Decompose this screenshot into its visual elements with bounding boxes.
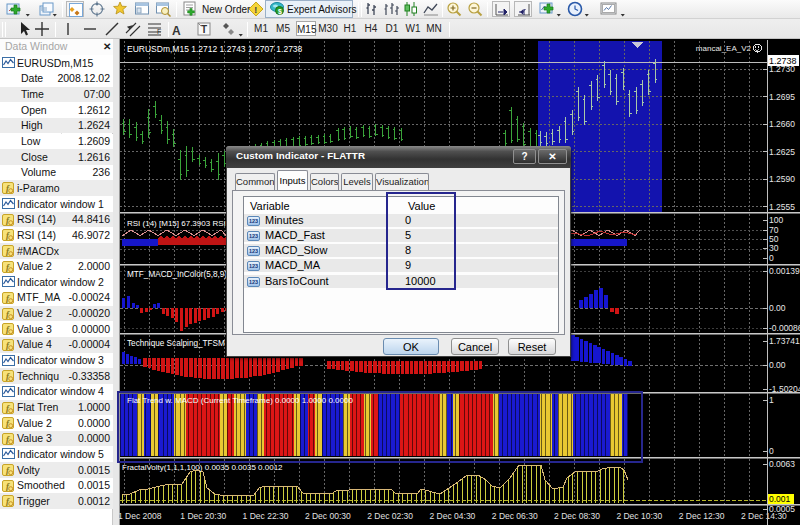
svg-text:1.2695: 1.2695 (769, 92, 795, 102)
svg-text:2 Dec 10:30: 2 Dec 10:30 (616, 511, 662, 521)
svg-text:1 Dec 22:30: 1 Dec 22:30 (243, 511, 289, 521)
svg-text:100: 100 (769, 215, 783, 225)
svg-text:0.00: 0.00 (769, 303, 786, 313)
svg-text:2 Dec 00:30: 2 Dec 00:30 (305, 511, 351, 521)
svg-text:-1.50204: -1.50204 (769, 384, 800, 394)
svg-text:RSI (14) [M15] 67.3903 RSI: RSI (14) [M15] 67.3903 RSI (127, 219, 226, 228)
svg-text:Technique Scalping_TFSM 0.2: Technique Scalping_TFSM 0.2 (127, 339, 239, 348)
svg-text:0: 0 (769, 253, 774, 263)
svg-text:2 Dec 06:30: 2 Dec 06:30 (492, 511, 538, 521)
svg-text:1.2555: 1.2555 (769, 202, 795, 212)
svg-text:FractalVolty(1,1,1,100) 0.0035: FractalVolty(1,1,1,100) 0.0035 0.0035 0.… (122, 463, 283, 472)
svg-text:0.00139: 0.00139 (769, 266, 800, 276)
svg-text:30: 30 (769, 243, 779, 253)
svg-text:1 Dec 20:30: 1 Dec 20:30 (180, 511, 226, 521)
svg-text:1.73741: 1.73741 (769, 336, 800, 346)
svg-text:1.2590: 1.2590 (769, 174, 795, 184)
svg-text:2 Dec 12:30: 2 Dec 12:30 (679, 511, 725, 521)
svg-text:2 Dec 02:30: 2 Dec 02:30 (367, 511, 413, 521)
svg-text:0.0063: 0.0063 (769, 459, 795, 469)
svg-text:2 Dec 04:30: 2 Dec 04:30 (430, 511, 476, 521)
svg-text:1 Dec 2008: 1 Dec 2008 (118, 511, 162, 521)
svg-text:EURUSDm,M15 1.2712 1.2743 1.2: EURUSDm,M15 1.2712 1.2743 1.2707 1.2738 (127, 44, 303, 54)
svg-text:0.0005: 0.0005 (769, 504, 795, 514)
svg-text:1.2660: 1.2660 (769, 119, 795, 129)
svg-text:mancai_EA_V2: mancai_EA_V2 (696, 44, 752, 53)
svg-text:F: F (157, 28, 161, 35)
svg-text:2 Dec 08:30: 2 Dec 08:30 (554, 511, 600, 521)
svg-text:0: 0 (769, 446, 774, 456)
svg-text:T: T (201, 24, 207, 35)
svg-text:1.2625: 1.2625 (769, 147, 795, 157)
svg-text:1.2730: 1.2730 (769, 64, 795, 74)
svg-text:0.00: 0.00 (769, 360, 786, 370)
svg-text:MTF_MACD_InColor(5,8,9) ((: MTF_MACD_InColor(5,8,9) (( (127, 270, 235, 279)
svg-text:1: 1 (769, 395, 774, 405)
svg-text:-0.00086: -0.00086 (769, 323, 800, 333)
svg-text:0.001: 0.001 (769, 494, 791, 504)
